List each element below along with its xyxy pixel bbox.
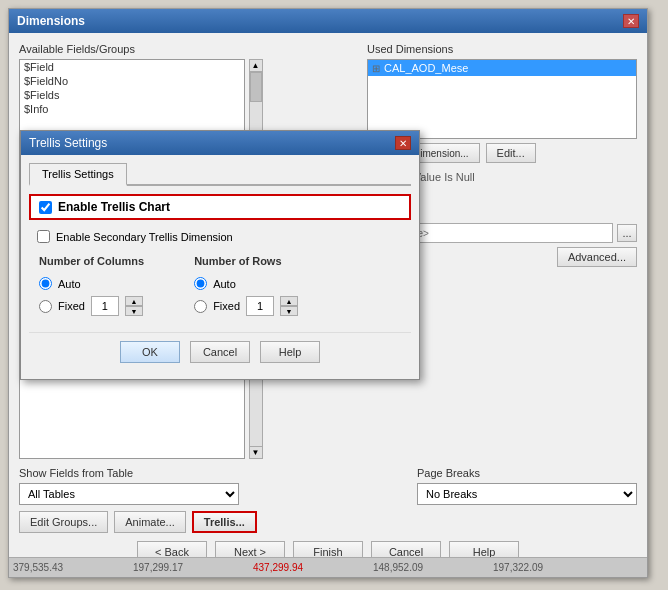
animate-button[interactable]: Animate... (114, 511, 186, 533)
trellis-footer: OK Cancel Help (29, 332, 411, 371)
trellis-cancel-button[interactable]: Cancel (190, 341, 250, 363)
data-value-2: 197,299.17 (133, 562, 213, 573)
rows-group: Number of Rows Auto Fixed ▲ ▼ (194, 255, 298, 316)
data-value-3: 437,299.94 (253, 562, 333, 573)
columns-group: Number of Columns Auto Fixed ▲ ▼ (39, 255, 144, 316)
list-item[interactable]: $FieldNo (20, 74, 244, 88)
columns-up-button[interactable]: ▲ (125, 296, 143, 306)
columns-fixed-label: Fixed (58, 300, 85, 312)
bottom-data-bar: 379,535.43 197,299.17 437,299.94 148,952… (9, 557, 647, 577)
columns-fixed-row: Fixed ▲ ▼ (39, 296, 144, 316)
data-value-1: 379,535.43 (13, 562, 93, 573)
rows-label: Number of Rows (194, 255, 298, 267)
trellis-close-button[interactable]: ✕ (395, 136, 411, 150)
rows-fixed-row: Fixed ▲ ▼ (194, 296, 298, 316)
page-breaks-label: Page Breaks (417, 467, 637, 479)
rows-auto-row: Auto (194, 277, 298, 290)
columns-label: Number of Columns (39, 255, 144, 267)
data-value-4: 148,952.09 (373, 562, 453, 573)
used-dimension-item[interactable]: ⊞ CAL_AOD_Mese (368, 60, 636, 76)
list-item[interactable]: $Fields (20, 88, 244, 102)
columns-auto-row: Auto (39, 277, 144, 290)
columns-rows-section: Number of Columns Auto Fixed ▲ ▼ Nu (29, 255, 411, 316)
browse-field-button[interactable]: ... (617, 224, 637, 242)
advanced-button[interactable]: Advanced... (557, 247, 637, 267)
enable-trellis-checkbox[interactable] (39, 201, 52, 214)
columns-auto-radio[interactable] (39, 277, 52, 290)
action-buttons: Edit Groups... Animate... Trellis... (19, 511, 637, 533)
rows-fixed-input[interactable] (246, 296, 274, 316)
rows-spinner: ▲ ▼ (280, 296, 298, 316)
enable-trellis-row: Enable Trellis Chart (29, 194, 411, 220)
trellis-button[interactable]: Trellis... (192, 511, 257, 533)
trellis-dialog-title: Trellis Settings (29, 136, 107, 150)
used-dimension-name: CAL_AOD_Mese (384, 62, 468, 74)
rows-fixed-label: Fixed (213, 300, 240, 312)
show-fields-select[interactable]: All Tables (19, 483, 239, 505)
columns-fixed-input[interactable] (91, 296, 119, 316)
enable-trellis-label: Enable Trellis Chart (58, 200, 170, 214)
trellis-ok-button[interactable]: OK (120, 341, 180, 363)
tab-strip: Trellis Settings (29, 163, 411, 186)
secondary-trellis-row: Enable Secondary Trellis Dimension (29, 228, 411, 245)
secondary-trellis-label: Enable Secondary Trellis Dimension (56, 231, 233, 243)
trellis-help-button[interactable]: Help (260, 341, 320, 363)
edit-groups-button[interactable]: Edit Groups... (19, 511, 108, 533)
rows-down-button[interactable]: ▼ (280, 306, 298, 316)
rows-up-button[interactable]: ▲ (280, 296, 298, 306)
dialog-close-button[interactable]: ✕ (623, 14, 639, 28)
columns-fixed-radio[interactable] (39, 300, 52, 313)
scroll-thumb[interactable] (250, 72, 262, 102)
data-value-5: 197,322.09 (493, 562, 573, 573)
dialog-titlebar: Dimensions ✕ (9, 9, 647, 33)
trellis-titlebar: Trellis Settings ✕ (21, 131, 419, 155)
list-item[interactable]: $Info (20, 102, 244, 116)
columns-auto-label: Auto (58, 278, 81, 290)
expand-icon: ⊞ (372, 63, 380, 74)
rows-auto-radio[interactable] (194, 277, 207, 290)
trellis-dialog: Trellis Settings ✕ Trellis Settings Enab… (20, 130, 420, 380)
columns-down-button[interactable]: ▼ (125, 306, 143, 316)
page-breaks-section: Page Breaks No Breaks (417, 467, 637, 505)
show-fields-label: Show Fields from Table (19, 467, 239, 479)
available-fields-label: Available Fields/Groups (19, 43, 263, 55)
columns-spinner: ▲ ▼ (125, 296, 143, 316)
enable-secondary-checkbox[interactable] (37, 230, 50, 243)
show-fields-section: Show Fields from Table All Tables (19, 467, 239, 505)
page-breaks-select[interactable]: No Breaks (417, 483, 637, 505)
dialog-title: Dimensions (17, 14, 85, 28)
trellis-body: Trellis Settings Enable Trellis Chart En… (21, 155, 419, 379)
list-item[interactable]: $Field (20, 60, 244, 74)
used-dimensions-label: Used Dimensions (367, 43, 637, 55)
used-dimensions-listbox[interactable]: ⊞ CAL_AOD_Mese (367, 59, 637, 139)
trellis-settings-tab[interactable]: Trellis Settings (29, 163, 127, 186)
edit-dim-button[interactable]: Edit... (486, 143, 536, 163)
rows-auto-label: Auto (213, 278, 236, 290)
rows-fixed-radio[interactable] (194, 300, 207, 313)
